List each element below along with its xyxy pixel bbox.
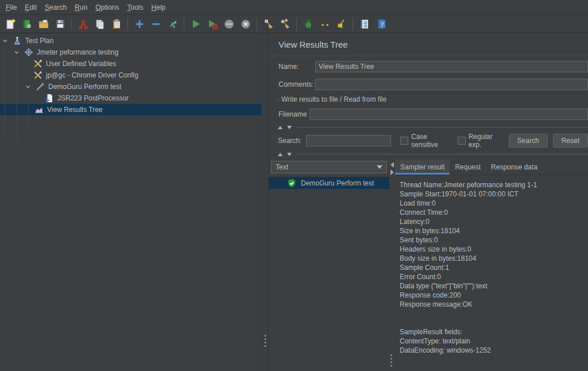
toolbar-stop-button[interactable] [220,16,237,32]
toolbar-separator [71,18,72,30]
jmeter-window: File Edit Search Run Options Tools Help [0,0,588,371]
search-reset-icon [336,18,347,30]
toolbar-clear-all-button[interactable] [277,16,293,32]
toolbar-start-no-timers-button[interactable] [204,16,220,32]
menu-options[interactable]: Options [91,2,123,13]
case-sensitive-checkbox[interactable] [400,137,408,145]
test-plan-tree: Test Plan Jmeter peformance testing User… [0,33,261,371]
regular-exp-checkbox[interactable] [458,137,466,145]
listener-icon [34,105,44,114]
result-detail-panel: Sampler result Request Response data Thr… [395,160,588,371]
clear-all-icon [280,18,291,30]
file-group-title: Write results to file / Read from file [281,95,386,103]
collapse-up-icon[interactable] [278,153,283,156]
toolbar-separator [127,18,128,30]
toolbar-open-button[interactable] [35,16,52,32]
chevron-down-icon[interactable] [13,48,21,56]
toolbar-shutdown-button[interactable] [237,16,254,32]
search-button[interactable]: Search [509,134,548,148]
results-splitter[interactable] [389,160,395,371]
collapse-down-icon[interactable] [287,153,292,156]
thread-group-icon [24,48,33,57]
tab-response-data[interactable]: Response data [486,160,543,175]
toolbar-templates-button[interactable] [18,16,35,32]
tree-item-jsr223-postprocessor[interactable]: JSR223 PostProcessor [0,92,261,104]
toolbar-copy-button[interactable] [91,16,108,32]
tree-item-demoguru-perform-test[interactable]: DemoGuru Perform test [0,81,261,92]
tree-item-thread-group[interactable]: Jmeter peformance testing [0,47,261,58]
menu-run[interactable]: Run [71,2,91,13]
splitter-grip[interactable] [390,354,392,366]
tree-item-view-results-tree[interactable]: View Results Tree [0,104,261,115]
tab-sampler-result[interactable]: Sampler result [395,160,450,175]
result-tabs: Sampler result Request Response data [395,160,588,175]
legend-line [276,99,279,100]
tree-guide-line [28,102,29,131]
search-label: Search: [278,137,301,145]
tree-item-label: jp@gc - Chrome Driver Config [46,71,138,79]
toolbar-add-button[interactable] [131,16,148,32]
tree-guide-line [5,45,5,141]
result-item-demoguru[interactable]: DemoGuru Perform test [269,177,389,189]
toolbar-search-button[interactable] [316,16,333,32]
toolbar-log-viewer-button[interactable] [356,16,373,32]
menu-file[interactable]: File [2,2,21,13]
main-splitter[interactable] [261,33,269,371]
toolbar-remove-button[interactable] [148,16,164,32]
collapse-up-icon[interactable] [278,126,283,129]
tree-guide-line [17,56,17,141]
render-mode-dropdown[interactable]: Text [271,161,387,173]
toolbar-save-button[interactable] [52,16,68,32]
collapse-toggle-row [278,125,588,130]
config-element-icon [33,59,42,68]
tab-request[interactable]: Request [450,160,486,175]
toolbar-separator [184,18,184,30]
comments-input[interactable] [315,79,588,90]
stop-icon [223,18,235,30]
chevron-down-icon[interactable] [1,37,9,45]
start-icon [190,18,202,30]
page-title: View Results Tree [269,33,588,56]
menu-search[interactable]: Search [41,2,71,13]
tree-item-label: Jmeter peformance testing [37,48,118,56]
save-icon [55,18,66,30]
collapse-down-icon[interactable] [287,126,292,129]
tree-item-label: DemoGuru Perform test [48,83,121,91]
tree-item-label: JSR223 PostProcessor [57,94,129,102]
divider-line [296,127,588,127]
filename-input[interactable] [310,109,588,120]
menu-edit[interactable]: Edit [21,2,41,13]
collapse-left-icon[interactable] [390,162,394,168]
chevron-down-icon[interactable] [24,83,32,91]
toolbar-help-button[interactable]: ? [373,16,389,32]
toolbar-search-reset-button[interactable] [333,16,350,32]
filename-row: Filename [278,109,588,120]
collapse-toggle-row [278,152,588,157]
toolbar-paste-button[interactable] [108,16,125,32]
splitter-grip[interactable] [264,335,266,347]
reset-button[interactable]: Reset [553,134,588,148]
menu-help[interactable]: Help [148,2,170,13]
toolbar-clear-button[interactable] [260,16,277,32]
toolbar-cut-button[interactable] [75,16,91,32]
search-row: Search: Case sensitive Regular exp. Sear… [278,134,588,148]
tree-item-chrome-driver-config[interactable]: jp@gc - Chrome Driver Config [0,69,261,81]
tree-item-test-plan[interactable]: Test Plan [0,35,261,47]
search-input[interactable] [306,135,391,146]
toggle-icon [167,18,179,30]
toolbar: ? [0,15,588,33]
toolbar-new-button[interactable] [2,16,18,32]
menu-tools[interactable]: Tools [123,2,148,13]
toolbar-start-button[interactable] [187,16,204,32]
collapse-right-icon[interactable] [390,169,394,175]
sampler-result-text[interactable]: Thread Name:Jmeter peformance testing 1-… [395,175,588,371]
comments-label: Comments: [278,80,315,88]
file-group-legend: Write results to file / Read from file [276,95,588,103]
toolbar-function-helper-button[interactable] [300,16,316,32]
render-mode-value: Text [276,163,288,171]
name-input[interactable] [315,61,588,72]
config-element-icon [33,71,42,80]
tree-item-user-defined-variables[interactable]: User Defined Variables [0,58,261,69]
log-viewer-icon [359,18,370,30]
toolbar-toggle-button[interactable] [164,16,181,32]
